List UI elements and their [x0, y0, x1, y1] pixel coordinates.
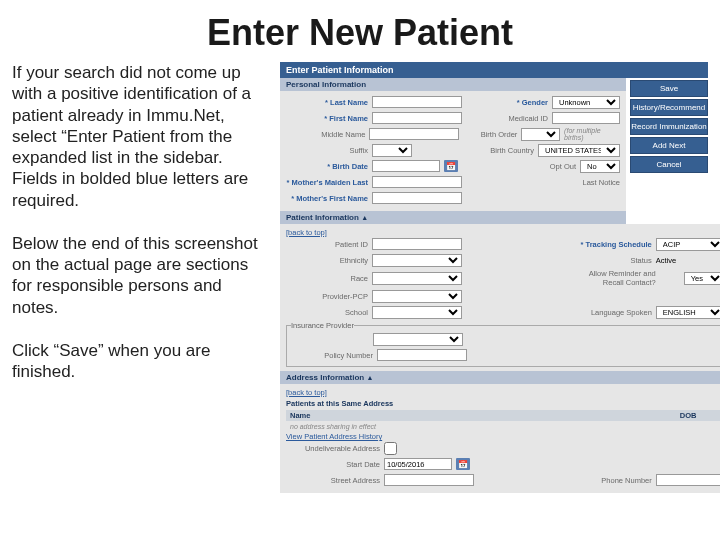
ethnicity-select[interactable] [372, 254, 462, 267]
label-street-address: Street Address [286, 476, 380, 485]
explanatory-text: If your search did not come up with a po… [12, 62, 272, 493]
label-ethnicity: Ethnicity [286, 256, 368, 265]
dob-column: DOB [680, 411, 720, 420]
label-gender: * Gender [492, 98, 548, 107]
paragraph-3: Click “Save” when you are finished. [12, 340, 272, 383]
label-status: Status [568, 256, 652, 265]
label-birth-order: Birth Order [463, 130, 517, 139]
panel-header-enter-patient: Enter Patient Information [280, 62, 708, 78]
screenshot-panel: Enter Patient Information Save History/R… [280, 62, 708, 493]
label-tracking: * Tracking Schedule [568, 240, 652, 249]
address-table-header: Name DOB [286, 410, 720, 421]
label-last-notice: Last Notice [564, 178, 620, 187]
school-select[interactable] [372, 306, 462, 319]
mothers-first-input[interactable] [372, 192, 462, 204]
calendar-icon[interactable]: 📅 [456, 458, 470, 470]
same-address-heading: Patients at this Same Address [286, 399, 720, 408]
label-medicaid: Medicaid ID [492, 114, 548, 123]
middle-name-input[interactable] [369, 128, 459, 140]
status-value: Active [656, 256, 720, 265]
label-phone-number: Phone Number [582, 476, 652, 485]
back-to-top-link-2[interactable]: [back to top] [286, 388, 720, 397]
paragraph-2: Below the end of this screenshot on the … [12, 233, 272, 318]
view-address-history-link[interactable]: View Patient Address History [286, 432, 720, 441]
label-undeliverable: Undeliverable Address [286, 444, 380, 453]
section-patient-info: Patient Information ▲ [280, 211, 626, 224]
label-provider-pcp: Provider-PCP [286, 292, 368, 301]
label-policy-number: Policy Number [291, 351, 373, 360]
language-select[interactable]: ENGLISH [656, 306, 720, 319]
tracking-select[interactable]: ACIP [656, 238, 720, 251]
mothers-maiden-input[interactable] [372, 176, 462, 188]
label-birth-date: * Birth Date [286, 162, 368, 171]
label-first-name: * First Name [286, 114, 368, 123]
action-buttons: Save History/Recommend Record Immunizati… [630, 80, 708, 173]
gender-select[interactable]: Unknown [552, 96, 620, 109]
birth-order-select[interactable] [521, 128, 560, 141]
history-button[interactable]: History/Recommend [630, 99, 708, 116]
label-mothers-maiden: * Mother's Maiden Last [286, 178, 368, 187]
provider-pcp-select[interactable] [372, 290, 462, 303]
medicaid-input[interactable] [552, 112, 620, 124]
name-column: Name [290, 411, 680, 420]
label-mothers-first: * Mother's First Name [286, 194, 368, 203]
label-last-name: * Last Name [286, 98, 368, 107]
patient-id-input[interactable] [372, 238, 462, 250]
collapse-icon[interactable]: ▲ [361, 214, 368, 221]
label-race: Race [286, 274, 368, 283]
label-opt-out: Opt Out [520, 162, 576, 171]
policy-number-input[interactable] [377, 349, 467, 361]
collapse-icon[interactable]: ▲ [366, 374, 373, 381]
first-name-input[interactable] [372, 112, 462, 124]
label-middle-name: Middle Name [286, 130, 365, 139]
label-suffix: Suffix [286, 146, 368, 155]
label-language: Language Spoken [568, 308, 652, 317]
multiple-births-hint: (for multiple births) [564, 127, 620, 141]
suffix-select[interactable] [372, 144, 412, 157]
record-immunization-button[interactable]: Record Immunization [630, 118, 708, 135]
label-patient-id: Patient ID [286, 240, 368, 249]
save-button[interactable]: Save [630, 80, 708, 97]
back-to-top-link[interactable]: [back to top] [286, 228, 720, 237]
start-date-input[interactable] [384, 458, 452, 470]
insurance-legend: Insurance Provider [291, 321, 354, 330]
label-school: School [286, 308, 368, 317]
opt-out-select[interactable]: No [580, 160, 620, 173]
cancel-button[interactable]: Cancel [630, 156, 708, 173]
add-next-button[interactable]: Add Next [630, 137, 708, 154]
last-name-input[interactable] [372, 96, 462, 108]
label-start-date: Start Date [286, 460, 380, 469]
reminder-select[interactable]: Yes [684, 272, 720, 285]
birth-country-select[interactable]: UNITED STATES [538, 144, 620, 157]
no-address-sharing: no address sharing in effect [286, 421, 720, 432]
race-select[interactable] [372, 272, 462, 285]
label-birth-country: Birth Country [478, 146, 534, 155]
undeliverable-checkbox[interactable] [384, 442, 397, 455]
page-title: Enter New Patient [0, 0, 720, 62]
street-address-input[interactable] [384, 474, 474, 486]
paragraph-1: If your search did not come up with a po… [12, 62, 272, 211]
phone-number-input[interactable] [656, 474, 720, 486]
insurance-provider-select[interactable] [373, 333, 463, 346]
birth-date-input[interactable] [372, 160, 440, 172]
section-personal: Personal Information [280, 78, 626, 91]
label-reminder: Allow Reminder and Recall Contact? [572, 269, 656, 287]
section-address: Address Information ▲ [280, 371, 720, 384]
calendar-icon[interactable]: 📅 [444, 160, 458, 172]
